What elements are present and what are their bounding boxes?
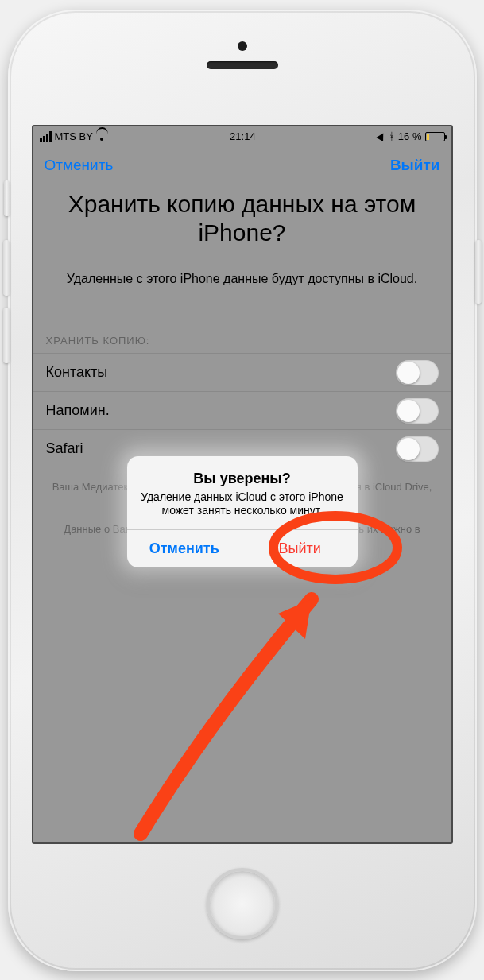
volume-down-button (3, 308, 10, 363)
power-button (475, 240, 482, 304)
earpiece-icon (207, 61, 278, 69)
screen: MTS BY 21:14 ᚼ 16 % Отменить Выйти Храни… (32, 125, 453, 844)
volume-up-button (3, 240, 10, 296)
mute-switch (4, 180, 10, 216)
sensor-icon (238, 41, 247, 51)
home-button[interactable] (207, 868, 278, 939)
dim-overlay (33, 126, 451, 842)
phone-frame: MTS BY 21:14 ᚼ 16 % Отменить Выйти Храни… (8, 10, 477, 971)
